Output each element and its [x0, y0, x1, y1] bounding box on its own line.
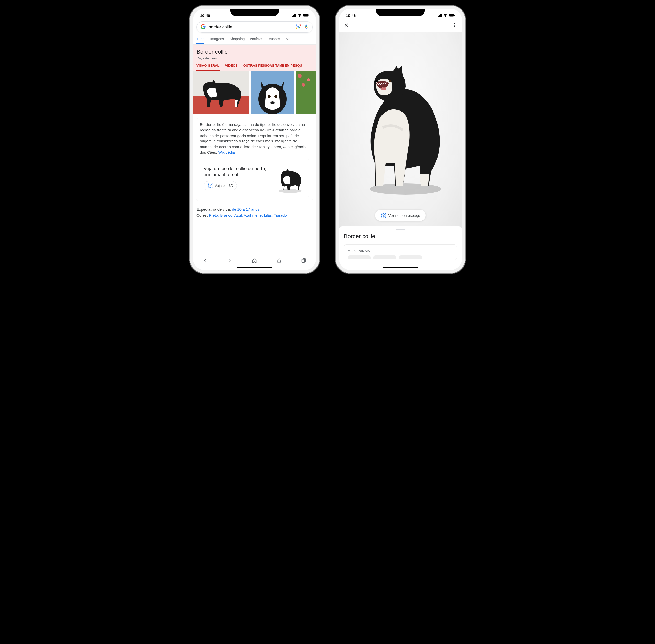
- tab-more[interactable]: Ma: [286, 37, 290, 44]
- svg-rect-5: [303, 14, 308, 16]
- svg-rect-28: [441, 14, 442, 17]
- kp-tab-videos[interactable]: VÍDEOS: [225, 64, 238, 71]
- nav-share-icon[interactable]: [277, 258, 282, 265]
- kp-more-icon[interactable]: ⋮: [308, 49, 312, 54]
- svg-point-21: [307, 78, 310, 81]
- svg-rect-1: [293, 15, 294, 17]
- svg-point-36: [375, 80, 379, 82]
- more-vertical-icon[interactable]: [452, 23, 457, 29]
- svg-rect-3: [295, 14, 296, 17]
- svg-point-20: [298, 74, 302, 78]
- kp-tabs: VISÃO GERAL VÍDEOS OUTRAS PESSOAS TAMBÉM…: [197, 64, 313, 71]
- nav-tabs-icon[interactable]: [301, 258, 307, 265]
- screen-left: 10:46: [193, 9, 316, 270]
- clock: 10:46: [346, 13, 356, 18]
- clock: 10:46: [200, 13, 210, 18]
- fact-colors: Cores: Preto, Branco, Azul, Azul merle, …: [197, 213, 313, 217]
- svg-rect-24: [302, 259, 305, 262]
- summary-card: Border collie é uma raça canina do tipo …: [196, 118, 313, 201]
- nav-home-icon[interactable]: [251, 258, 257, 265]
- svg-rect-0: [292, 16, 293, 17]
- svg-point-8: [297, 26, 299, 27]
- svg-rect-10: [306, 26, 307, 27]
- ar-dog-model[interactable]: [352, 64, 449, 197]
- svg-rect-27: [440, 14, 441, 17]
- kp-tab-others[interactable]: OUTRAS PESSOAS TAMBÉM PESQU: [243, 64, 302, 71]
- fact-label: Expectativa de vida:: [197, 207, 231, 211]
- kp-tab-overview[interactable]: VISÃO GERAL: [197, 64, 220, 71]
- battery-icon: [303, 13, 309, 18]
- svg-rect-26: [439, 15, 440, 17]
- google-lens-icon[interactable]: [295, 24, 301, 30]
- status-icons: [438, 13, 455, 18]
- svg-point-32: [454, 23, 455, 24]
- wifi-icon: [444, 13, 448, 18]
- microphone-icon[interactable]: [304, 24, 309, 30]
- fact-value[interactable]: Preto, Branco, Azul, Azul merle, Lilás, …: [209, 213, 287, 217]
- tab-tudo[interactable]: Tudo: [197, 37, 204, 44]
- sheet-section-label: MAIS ANIMAIS: [348, 249, 453, 253]
- ar-bottom-sheet[interactable]: Border collie MAIS ANIMAIS: [339, 226, 462, 260]
- related-animal-card[interactable]: [348, 255, 371, 259]
- notch: [376, 9, 425, 16]
- nav-back-icon[interactable]: [203, 258, 208, 265]
- svg-rect-30: [449, 14, 454, 16]
- image-strip: [193, 71, 316, 114]
- battery-icon: [449, 13, 455, 18]
- tab-imagens[interactable]: Imagens: [210, 37, 224, 44]
- ar-headline: Veja um border collie de perto, em taman…: [204, 165, 270, 178]
- svg-point-33: [454, 25, 455, 25]
- svg-point-22: [302, 83, 305, 87]
- screen-right: 10:46: [339, 9, 462, 270]
- result-image-1[interactable]: [193, 71, 249, 114]
- result-image-3[interactable]: [296, 71, 316, 114]
- svg-rect-25: [438, 16, 439, 17]
- view-in-space-button[interactable]: Ver no seu espaço: [375, 210, 426, 221]
- ar-viewer[interactable]: Ver no seu espaço: [339, 32, 462, 229]
- kp-title: Border collie: [197, 49, 313, 55]
- google-g-icon: [200, 24, 206, 30]
- svg-point-34: [454, 26, 455, 27]
- tab-shopping[interactable]: Shopping: [229, 37, 245, 44]
- svg-rect-6: [309, 15, 309, 16]
- ar-header: [339, 20, 462, 32]
- related-animal-card[interactable]: [399, 255, 422, 259]
- status-icons: [292, 13, 309, 18]
- wifi-icon: [298, 13, 302, 18]
- search-bar[interactable]: [197, 22, 313, 33]
- kp-subtitle: Raça de cães: [197, 56, 313, 60]
- summary-text: Border collie é uma raça canina do tipo …: [200, 122, 306, 155]
- view-3d-button[interactable]: Veja em 3D: [204, 181, 237, 190]
- nav-forward-icon[interactable]: [227, 258, 232, 265]
- tab-videos[interactable]: Vídeos: [269, 37, 280, 44]
- wikipedia-link[interactable]: Wikipédia: [218, 150, 235, 155]
- view-in-space-label: Ver no seu espaço: [388, 213, 420, 217]
- home-indicator[interactable]: [383, 267, 418, 268]
- fact-label: Cores:: [197, 213, 208, 217]
- signal-icon: [292, 13, 296, 18]
- svg-point-17: [274, 95, 277, 98]
- result-image-2[interactable]: [251, 71, 294, 114]
- search-tabs: Tudo Imagens Shopping Notícias Vídeos Ma: [193, 34, 316, 45]
- phone-right: 10:46: [335, 5, 466, 274]
- related-animal-card[interactable]: [373, 255, 396, 259]
- signal-icon: [438, 13, 442, 18]
- tab-noticias[interactable]: Notícias: [250, 37, 263, 44]
- svg-rect-2: [294, 14, 295, 17]
- view-3d-label: Veja em 3D: [214, 183, 233, 188]
- phone-left: 10:46: [189, 5, 320, 274]
- svg-point-7: [299, 27, 300, 29]
- knowledge-panel: ⋮ Border collie Raça de cães VISÃO GERAL…: [193, 45, 316, 71]
- sheet-handle[interactable]: [396, 229, 405, 230]
- svg-point-37: [389, 80, 391, 82]
- home-indicator[interactable]: [237, 267, 272, 268]
- ar-thumb: [272, 163, 306, 193]
- svg-point-16: [268, 95, 271, 98]
- notch: [230, 9, 279, 16]
- fact-value[interactable]: de 10 a 17 anos: [232, 207, 259, 211]
- search-input[interactable]: [208, 25, 293, 30]
- sheet-title: Border collie: [344, 233, 457, 240]
- fact-lifespan: Expectativa de vida: de 10 a 17 anos: [197, 207, 313, 211]
- close-icon[interactable]: [344, 23, 349, 29]
- facts: Expectativa de vida: de 10 a 17 anos Cor…: [193, 205, 316, 220]
